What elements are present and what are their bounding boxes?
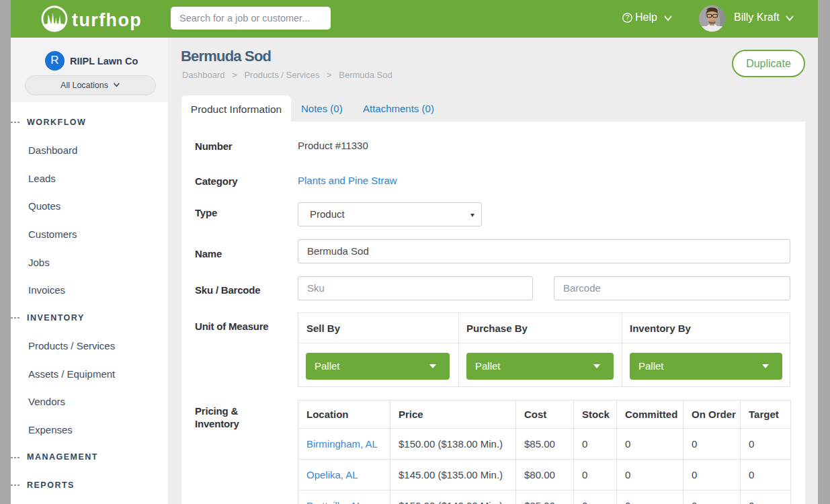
svg-text:?: ? (626, 14, 630, 22)
